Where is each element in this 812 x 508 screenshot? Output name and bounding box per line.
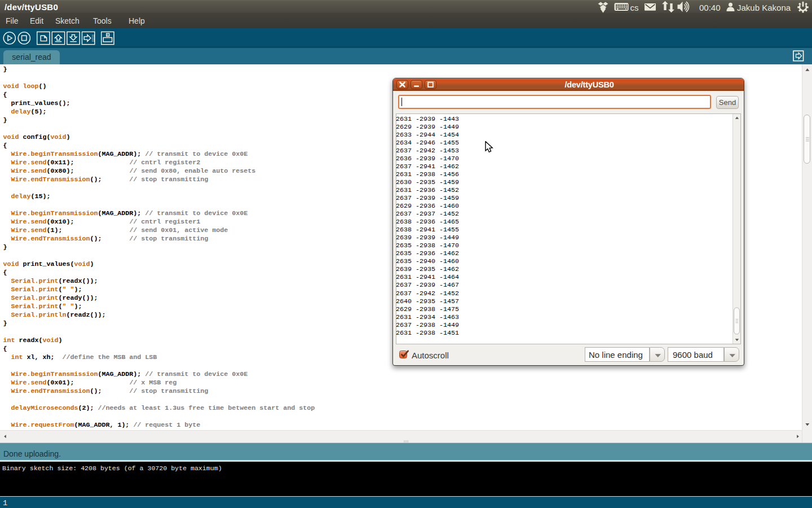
svg-text:00:40: 00:40: [699, 3, 721, 12]
svg-text:cs: cs: [630, 3, 639, 12]
svg-text:Jakub Kakona: Jakub Kakona: [737, 3, 791, 12]
